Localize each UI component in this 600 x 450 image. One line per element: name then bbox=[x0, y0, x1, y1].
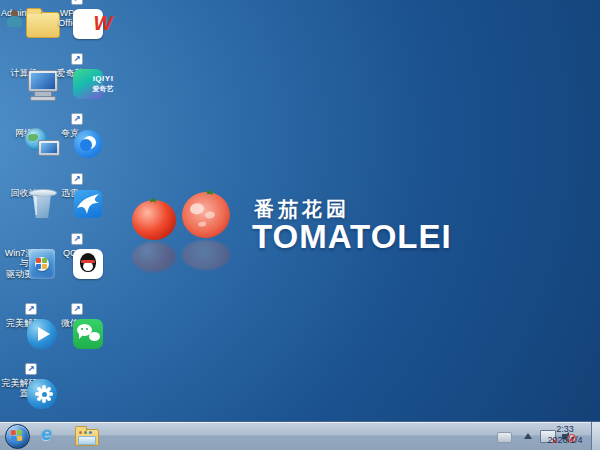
desktop-icon-administrator-folder[interactable]: Administra... bbox=[1, 6, 47, 18]
desktop-icon-computer[interactable]: 计算机 bbox=[1, 66, 47, 78]
windows-start-orb-icon bbox=[5, 424, 30, 449]
show-hidden-icons-button[interactable] bbox=[524, 433, 532, 439]
internet-explorer-icon: e bbox=[41, 423, 52, 445]
desktop-icon-iqiyi[interactable]: iQIYI 爱奇艺 ↗ 爱奇艺 bbox=[47, 66, 93, 78]
desktop-icon-wps-office[interactable]: W ↗ WPS Office bbox=[47, 6, 93, 29]
shortcut-arrow-icon: ↗ bbox=[71, 113, 83, 125]
shortcut-arrow-icon: ↗ bbox=[71, 233, 83, 245]
shortcut-arrow-icon: ↗ bbox=[25, 363, 37, 375]
desktop-icon-xunlei[interactable]: ↗ 迅雷 bbox=[47, 186, 93, 198]
tomato-reflection bbox=[182, 240, 230, 270]
windows-explorer-taskbar-button[interactable] bbox=[72, 422, 100, 450]
taskbar-clock[interactable]: 2:33 2026/1/4 bbox=[540, 424, 590, 447]
shortcut-arrow-icon: ↗ bbox=[71, 53, 83, 65]
clock-date: 2026/1/4 bbox=[540, 435, 590, 446]
language-indicator-icon[interactable] bbox=[497, 432, 512, 443]
shortcut-arrow-icon: ↗ bbox=[25, 303, 37, 315]
clock-time: 2:33 bbox=[540, 424, 590, 435]
shortcut-arrow-icon: ↗ bbox=[71, 173, 83, 185]
bird-glyph bbox=[74, 190, 102, 218]
desktop-icon-wechat[interactable]: ↗ 微信 bbox=[47, 316, 93, 328]
explorer-folder-icon bbox=[75, 429, 99, 446]
desktop-icon-recycle-bin[interactable]: 回收站 bbox=[1, 186, 47, 198]
desktop-icon-perfect-decoder-settings[interactable]: ↗ 完美解码设置 bbox=[1, 376, 47, 399]
taskbar: e 2:33 2026/1/4 bbox=[0, 421, 600, 450]
play-icon bbox=[38, 327, 50, 341]
brand-title-english: TOMATOLEI bbox=[252, 218, 452, 256]
tomato-whole-image bbox=[132, 200, 176, 240]
shortcut-arrow-icon: ↗ bbox=[71, 0, 83, 5]
desktop: Administra... W ↗ WPS Office 计算机 iQIYI 爱… bbox=[0, 0, 600, 450]
shortcut-arrow-icon: ↗ bbox=[71, 303, 83, 315]
desktop-icon-network[interactable]: 网络 bbox=[1, 126, 47, 138]
desktop-icon-win7-activate[interactable]: Win7激活与驱动更新 bbox=[1, 246, 47, 279]
tomato-half-image bbox=[179, 189, 233, 241]
tomato-reflection bbox=[132, 242, 176, 272]
desktop-icon-qq[interactable]: ↗ QQ bbox=[47, 246, 93, 258]
tomatolei-logo: 番茄花园 TOMATOLEI bbox=[130, 188, 490, 274]
gear-icon bbox=[38, 388, 50, 400]
start-button[interactable] bbox=[0, 422, 34, 450]
internet-explorer-taskbar-button[interactable]: e bbox=[36, 422, 62, 450]
desktop-icon-quark[interactable]: ↗ 夸克 bbox=[47, 126, 93, 138]
show-desktop-button[interactable] bbox=[591, 422, 600, 450]
desktop-icon-perfect-decoder[interactable]: ↗ 完美解码 bbox=[1, 316, 47, 328]
